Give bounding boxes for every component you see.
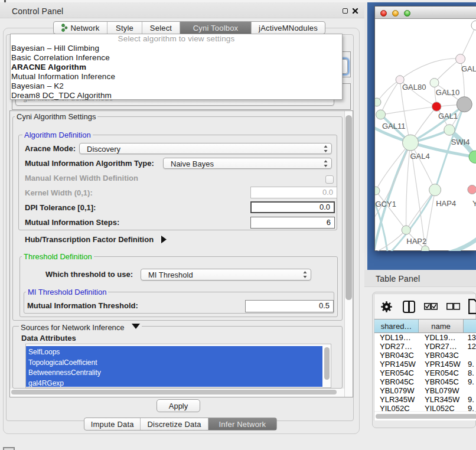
svg-text:GAL80: GAL80: [402, 83, 426, 92]
svg-text:HAP4: HAP4: [436, 199, 456, 208]
svg-text:SWI4: SWI4: [451, 138, 470, 146]
svg-text:GAL11: GAL11: [382, 122, 406, 131]
svg-text:Y: Y: [472, 199, 476, 208]
svg-text:HAP2: HAP2: [406, 237, 426, 246]
svg-text:GAL10: GAL10: [436, 88, 459, 97]
svg-text:GAL4: GAL4: [410, 152, 429, 161]
svg-text:GAL1: GAL1: [438, 112, 458, 120]
svg-text:GAL: GAL: [461, 64, 476, 73]
svg-text:GCY1: GCY1: [376, 200, 396, 208]
